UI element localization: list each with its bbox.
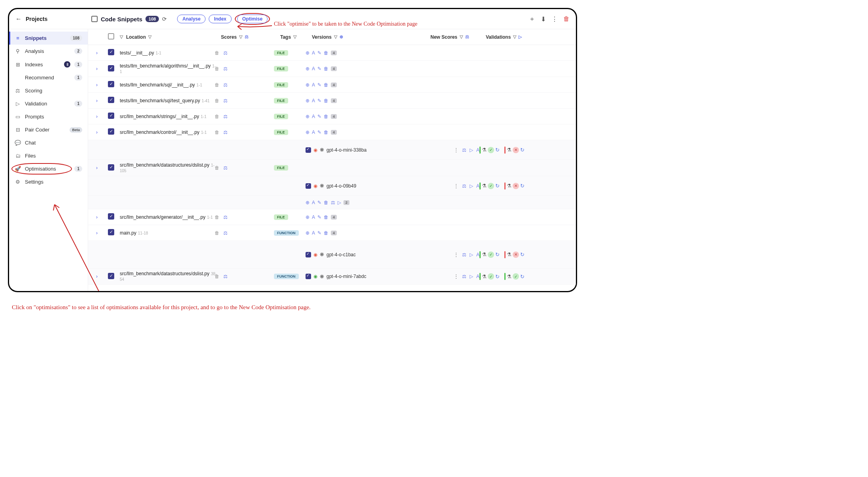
- sidebar-item-validation[interactable]: ▷ Validation1: [9, 97, 88, 110]
- more-icon[interactable]: ⋮: [453, 252, 459, 258]
- play-icon[interactable]: ▷: [470, 274, 473, 279]
- version-checkbox[interactable]: [306, 274, 311, 279]
- edit-icon[interactable]: ✎: [317, 114, 321, 119]
- refresh-icon[interactable]: ↻: [495, 183, 500, 189]
- filter-icon[interactable]: ▽: [148, 34, 151, 39]
- row-checkbox[interactable]: [108, 164, 114, 171]
- row-checkbox[interactable]: [108, 97, 114, 103]
- edit-icon[interactable]: ✎: [317, 130, 321, 135]
- play-icon[interactable]: ▷: [470, 147, 473, 153]
- filter-icon[interactable]: ▽: [460, 34, 463, 39]
- trash-icon[interactable]: 🗑: [215, 165, 219, 171]
- trash-icon[interactable]: 🗑: [215, 274, 219, 279]
- play-icon[interactable]: ▷: [470, 252, 473, 257]
- add-icon[interactable]: ⊕: [306, 114, 309, 119]
- add-icon[interactable]: ⊕: [306, 230, 309, 236]
- balance-icon[interactable]: ⚖: [223, 230, 228, 236]
- delete-icon[interactable]: 🗑: [563, 15, 570, 23]
- refresh-icon[interactable]: ↻: [520, 252, 525, 257]
- expand-icon[interactable]: ›: [96, 98, 98, 103]
- add-icon[interactable]: ⊕: [306, 200, 309, 205]
- expand-icon[interactable]: ›: [96, 114, 98, 119]
- expand-icon[interactable]: ›: [96, 66, 98, 71]
- refresh-icon[interactable]: ↻: [495, 147, 500, 153]
- font-icon[interactable]: A: [476, 147, 479, 153]
- add-icon[interactable]: ⊕: [306, 98, 309, 103]
- version-checkbox[interactable]: [306, 252, 311, 257]
- play-icon[interactable]: ▷: [519, 34, 522, 39]
- edit-icon[interactable]: ✎: [317, 98, 321, 103]
- balance-icon[interactable]: ⚖: [223, 214, 228, 220]
- trash-icon[interactable]: 🗑: [324, 98, 328, 103]
- filter-icon[interactable]: ▽: [334, 34, 337, 39]
- play-icon[interactable]: ▷: [470, 183, 473, 189]
- select-all-checkbox[interactable]: [108, 33, 114, 39]
- filter-icon[interactable]: ▽: [120, 34, 123, 39]
- refresh-icon[interactable]: ↻: [495, 274, 500, 280]
- balance-icon[interactable]: ⚖: [462, 183, 466, 189]
- sidebar-item-chat[interactable]: 💬 Chat: [9, 136, 88, 149]
- font-icon[interactable]: A: [312, 98, 315, 103]
- balance-icon[interactable]: ⚖: [223, 98, 228, 103]
- trash-icon[interactable]: 🗑: [215, 82, 219, 88]
- expand-icon[interactable]: ›: [96, 130, 98, 135]
- add-icon[interactable]: ⊕: [306, 130, 309, 135]
- refresh-icon[interactable]: ↻: [495, 252, 500, 257]
- back-arrow[interactable]: ←: [15, 15, 22, 23]
- trash-icon[interactable]: 🗑: [324, 200, 328, 205]
- sidebar-item-analysis[interactable]: ⚲ Analysis2: [9, 45, 88, 58]
- font-icon[interactable]: A: [312, 66, 315, 71]
- balance-icon[interactable]: ⚖: [465, 34, 469, 39]
- font-icon[interactable]: A: [476, 274, 479, 279]
- balance-icon[interactable]: ⚖: [223, 66, 228, 71]
- balance-icon[interactable]: ⚖: [223, 274, 228, 279]
- balance-icon[interactable]: ⚖: [331, 200, 335, 205]
- version-checkbox[interactable]: [306, 183, 311, 189]
- trash-icon[interactable]: 🗑: [215, 50, 219, 56]
- trash-icon[interactable]: 🗑: [215, 66, 219, 71]
- refresh-icon[interactable]: ↻: [520, 147, 525, 153]
- filter-icon[interactable]: ▽: [513, 34, 516, 39]
- sidebar-item-pair-coder[interactable]: ⊟ Pair CoderBeta: [9, 123, 88, 136]
- more-icon[interactable]: ⋮: [453, 147, 459, 153]
- version-checkbox[interactable]: [306, 147, 311, 153]
- row-checkbox[interactable]: [108, 128, 114, 135]
- filter-icon[interactable]: ▽: [239, 34, 242, 39]
- trash-icon[interactable]: 🗑: [324, 66, 328, 71]
- add-version-icon[interactable]: ⊕: [340, 34, 343, 39]
- sidebar-item-files[interactable]: 🗂 Files: [9, 149, 88, 162]
- trash-icon[interactable]: 🗑: [215, 130, 219, 135]
- row-checkbox[interactable]: [108, 229, 114, 235]
- add-icon[interactable]: ⊕: [306, 66, 309, 71]
- sidebar-item-recommend[interactable]: Recommend1: [9, 71, 88, 84]
- font-icon[interactable]: A: [312, 230, 315, 236]
- expand-icon[interactable]: ›: [96, 274, 98, 279]
- optimise-button[interactable]: Optimise: [237, 15, 268, 23]
- expand-icon[interactable]: ›: [96, 82, 98, 88]
- row-checkbox[interactable]: [108, 113, 114, 119]
- download-icon[interactable]: ⬇: [541, 15, 546, 23]
- add-icon[interactable]: ⊕: [306, 82, 309, 88]
- edit-icon[interactable]: ✎: [317, 66, 321, 71]
- trash-icon[interactable]: 🗑: [215, 98, 219, 103]
- balance-icon[interactable]: ⚖: [223, 165, 228, 171]
- edit-icon[interactable]: ✎: [317, 82, 321, 88]
- font-icon[interactable]: A: [312, 130, 315, 135]
- balance-icon[interactable]: ⚖: [223, 82, 228, 88]
- sidebar-item-settings[interactable]: ⚙ Settings: [9, 175, 88, 188]
- edit-icon[interactable]: ✎: [317, 200, 321, 205]
- balance-icon[interactable]: ⚖: [245, 34, 249, 39]
- balance-icon[interactable]: ⚖: [462, 274, 466, 279]
- balance-icon[interactable]: ⚖: [223, 114, 228, 119]
- trash-icon[interactable]: 🗑: [324, 50, 328, 56]
- expand-icon[interactable]: ›: [96, 230, 98, 236]
- add-icon[interactable]: ⊕: [306, 214, 309, 220]
- edit-icon[interactable]: ✎: [317, 230, 321, 236]
- balance-icon[interactable]: ⚖: [462, 147, 466, 153]
- font-icon[interactable]: A: [312, 214, 315, 220]
- font-icon[interactable]: A: [312, 200, 315, 205]
- refresh-icon[interactable]: ↻: [520, 183, 525, 189]
- row-checkbox[interactable]: [108, 273, 114, 279]
- font-icon[interactable]: A: [476, 252, 479, 257]
- play-icon[interactable]: ▷: [338, 200, 341, 205]
